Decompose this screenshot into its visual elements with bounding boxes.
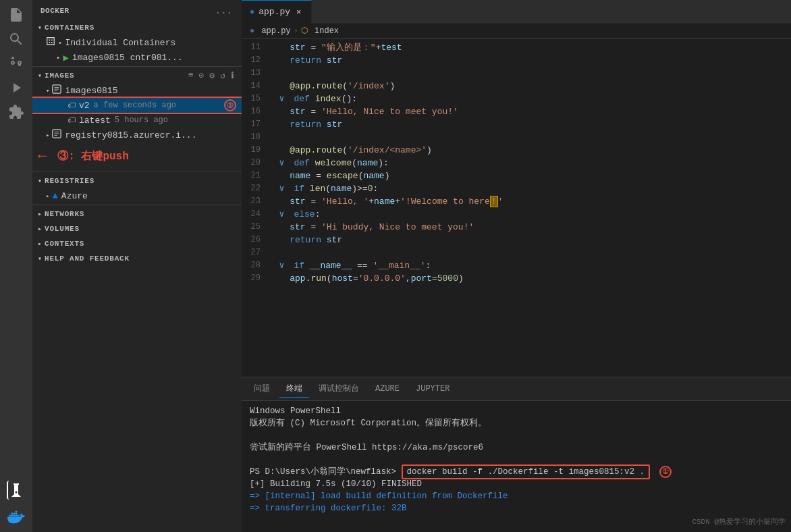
breadcrumb-fn-icon: ⬡ <box>301 26 308 36</box>
terminal-line-1: Windows PowerShell <box>250 405 783 417</box>
images0815-container-item[interactable]: ▸ ▶ images0815 cntr081... <box>32 50 242 65</box>
line-num-21: 21 <box>242 169 269 182</box>
code-editor[interactable]: 11 str = "输入的是："+test 12 return str 13 1… <box>242 38 791 377</box>
code-line-18: 18 <box>242 131 791 144</box>
source-control-icon[interactable] <box>7 54 26 73</box>
flask-icon[interactable] <box>7 481 26 500</box>
latest-tag-label: latest <box>79 115 111 126</box>
v2-tag-time: a few seconds ago <box>94 101 176 110</box>
volumes-section: ▸ VOLUMES <box>32 221 242 236</box>
breadcrumb-file[interactable]: ● app.py <box>250 26 291 36</box>
line-content-12: return str <box>269 54 791 67</box>
azure-label: Azure <box>61 191 88 201</box>
volumes-section-title: VOLUMES <box>45 225 80 233</box>
v2-tag-item[interactable]: 🏷 v2 a few seconds ago ② <box>32 98 242 113</box>
docker-panel-icons: ... <box>214 4 234 18</box>
search-icon[interactable] <box>7 30 26 49</box>
play-icon: ▶ <box>63 52 68 63</box>
networks-section-header[interactable]: ▸ NETWORKS <box>32 207 242 221</box>
line-num-28: 28 <box>242 259 269 272</box>
bottom-panel: 问题 终端 调试控制台 AZURE JUPYTER Windows PowerS… <box>242 377 791 532</box>
line-num-12: 12 <box>242 54 269 67</box>
docker-panel-header: DOCKER ... <box>32 0 242 20</box>
images0815-container-label: images0815 cntr081... <box>72 53 183 63</box>
registry-item[interactable]: ▸ registry0815.azurecr.i... <box>32 128 242 142</box>
tab-bar: ● app.py ✕ <box>242 0 791 24</box>
red-arrow: ← <box>38 148 47 165</box>
help-section-header[interactable]: ▾ HELP AND FEEDBACK <box>32 251 242 266</box>
help-section: ▾ HELP AND FEEDBACK <box>32 251 242 266</box>
code-line-28: 28 ∨ if __name__ == '__main__': <box>242 259 791 272</box>
line-content-25: str = 'Hi buddy, Nice to meet you!' <box>269 221 791 234</box>
registries-section-header[interactable]: ▾ REGISTRIES <box>32 174 242 188</box>
container-group-icon <box>46 36 55 49</box>
code-line-25: 25 str = 'Hi buddy, Nice to meet you!' <box>242 221 791 234</box>
panel-tabs: 问题 终端 调试控制台 AZURE JUPYTER <box>242 377 791 401</box>
code-line-11: 11 str = "输入的是："+test <box>242 41 791 54</box>
list-icon[interactable]: ≡ <box>186 70 196 82</box>
image-icon <box>52 84 61 97</box>
run-icon[interactable] <box>7 78 26 97</box>
code-line-21: 21 name = escape(name) <box>242 169 791 182</box>
images-section-header[interactable]: ▾ IMAGES ≡ ⊙ ⚙ ↺ ℹ <box>32 68 242 83</box>
docker-icon[interactable] <box>7 508 26 527</box>
explorer-icon[interactable] <box>7 5 26 24</box>
latest-tag-item[interactable]: 🏷 latest 5 hours ago <box>32 113 242 128</box>
terminal-line-4: 尝试新的跨平台 PowerShell https://aka.ms/pscore… <box>250 442 783 454</box>
tab-label: app.py <box>258 7 290 17</box>
images-section-title: IMAGES <box>45 72 74 80</box>
debug-console-tab[interactable]: 调试控制台 <box>312 380 366 398</box>
images0815-image-group[interactable]: ▾ images0815 <box>32 83 242 98</box>
annotation-3-label: ③: 右键push <box>49 145 137 167</box>
code-line-17: 17 return str <box>242 118 791 131</box>
contexts-section-title: CONTEXTS <box>45 240 84 248</box>
line-content-27 <box>269 246 791 259</box>
line-content-15: ∨ def index(): <box>269 92 791 105</box>
refresh-icon[interactable]: ↺ <box>218 70 227 82</box>
volumes-section-header[interactable]: ▸ VOLUMES <box>32 221 242 236</box>
problems-tab[interactable]: 问题 <box>247 380 277 398</box>
jupyter-tab[interactable]: JUPYTER <box>409 381 456 397</box>
help-chevron: ▾ <box>38 255 42 263</box>
line-content-28: ∨ if __name__ == '__main__': <box>269 259 791 272</box>
app-py-tab[interactable]: ● app.py ✕ <box>242 0 312 24</box>
tab-close-button[interactable]: ✕ <box>294 6 303 18</box>
line-num-15: 15 <box>242 92 269 105</box>
individual-containers-item[interactable]: ▸ Individual Containers <box>32 35 242 50</box>
registries-section: ▾ REGISTRIES ▸ ▲ Azure <box>32 174 242 203</box>
line-content-14: @app.route('/index') <box>269 80 791 92</box>
line-num-19: 19 <box>242 144 269 157</box>
terminal-content[interactable]: Windows PowerShell 版权所有 (C) Microsoft Co… <box>242 401 791 532</box>
line-num-29: 29 <box>242 272 269 285</box>
extensions-icon[interactable] <box>7 103 26 122</box>
settings-icon[interactable]: ⚙ <box>207 70 217 82</box>
info-icon[interactable]: ℹ <box>229 70 236 82</box>
line-num-16: 16 <box>242 105 269 118</box>
line-content-16: str = 'Hello, Nice to meet you!' <box>269 105 791 118</box>
line-content-20: ∨ def welcome(name): <box>269 157 791 169</box>
terminal-line-9: => transferring dockerfile: 32B <box>250 502 783 514</box>
divider-3 <box>32 205 242 205</box>
terminal-line-5 <box>250 454 783 466</box>
line-num-13: 13 <box>242 67 269 80</box>
eye-icon[interactable]: ⊙ <box>197 70 207 82</box>
registry-icon <box>52 129 61 141</box>
code-line-26: 26 return str <box>242 234 791 246</box>
code-line-19: 19 @app.route('/index/<name>') <box>242 144 791 157</box>
images-section: ▾ IMAGES ≡ ⊙ ⚙ ↺ ℹ ▾ images0815 🏷 <box>32 68 242 142</box>
panel-menu-icon[interactable]: ... <box>214 4 234 18</box>
tag-icon: 🏷 <box>67 101 76 111</box>
containers-chevron: ▾ <box>38 24 42 32</box>
line-content-24: ∨ else: <box>269 208 791 221</box>
latest-tag-time: 5 hours ago <box>115 115 168 125</box>
containers-section-header[interactable]: ▾ CONTAINERS <box>32 20 242 35</box>
azure-registry-item[interactable]: ▸ ▲ Azure <box>32 188 242 203</box>
terminal-tab[interactable]: 终端 <box>279 380 309 398</box>
v2-tag-label: v2 <box>79 101 90 111</box>
code-line-22: 22 ∨ if len(name)>=0: <box>242 182 791 195</box>
line-num-23: 23 <box>242 195 269 208</box>
azure-tab[interactable]: AZURE <box>369 381 406 397</box>
contexts-section-header[interactable]: ▸ CONTEXTS <box>32 236 242 251</box>
breadcrumb-function[interactable]: ⬡ index <box>301 26 339 36</box>
py-icon: ● <box>250 7 254 17</box>
